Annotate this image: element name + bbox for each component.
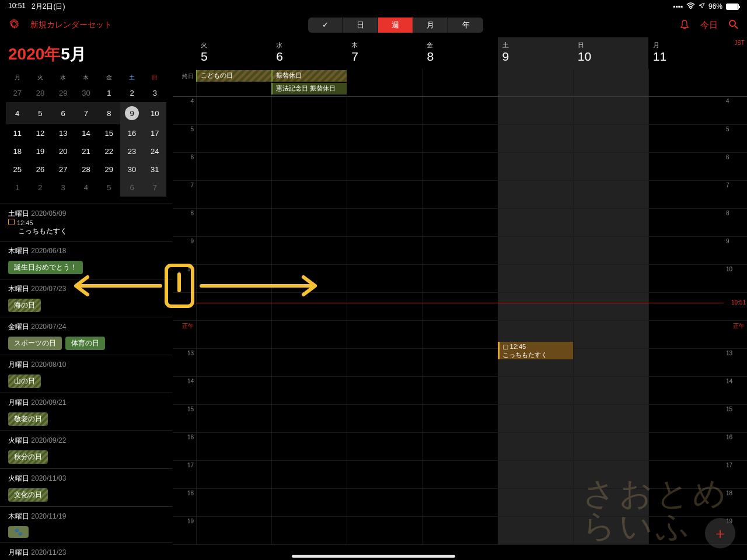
title-year: 2020年: [8, 45, 61, 63]
event-pill[interactable]: 🐾: [8, 526, 29, 538]
day-column-header[interactable]: 土9: [498, 37, 573, 69]
agenda-item[interactable]: 火曜日 2020/11/03文化の日: [0, 468, 172, 506]
minical-day[interactable]: 13: [52, 124, 75, 142]
seg-week[interactable]: 週: [378, 18, 413, 33]
minical-day[interactable]: 27: [52, 160, 75, 178]
minical-day[interactable]: 30: [120, 160, 143, 178]
minical-day[interactable]: 26: [29, 160, 51, 178]
minical-day[interactable]: 18: [6, 142, 29, 160]
minical-day[interactable]: 29: [52, 84, 75, 102]
agenda-item[interactable]: 金曜日 2020/07/24スポーツの日体育の日: [0, 317, 172, 355]
minical-day[interactable]: 24: [144, 142, 166, 160]
minical-day[interactable]: 7: [144, 178, 166, 197]
status-date: 2月2日(日): [32, 2, 65, 12]
minical-day[interactable]: 29: [97, 160, 120, 178]
seg-check[interactable]: ✓: [308, 18, 343, 33]
seg-day[interactable]: 日: [343, 18, 378, 33]
event-pill[interactable]: 敬老の日: [8, 412, 48, 426]
allday-row: 終日 こどもの日振替休日憲法記念日 振替休日: [173, 69, 747, 97]
minical-day[interactable]: 17: [144, 124, 166, 142]
day-column-header[interactable]: 月11: [648, 37, 724, 69]
minical-day[interactable]: 2: [29, 178, 51, 197]
day-column-header[interactable]: 金8: [422, 37, 497, 69]
agenda-item[interactable]: 土曜日 2020/05/0912:45こっちもたすく: [0, 204, 172, 241]
title-month: 5月: [61, 45, 86, 63]
svg-point-0: [729, 20, 735, 26]
minical-day[interactable]: 28: [75, 160, 97, 178]
event-pill[interactable]: 山の日: [8, 374, 41, 388]
gear-icon[interactable]: [8, 18, 20, 33]
event-pill[interactable]: 海の日: [8, 299, 41, 312]
day-column-header[interactable]: 日10: [573, 37, 648, 69]
allday-event[interactable]: こどもの日: [196, 70, 271, 82]
minical-day[interactable]: 16: [120, 124, 143, 142]
minical-day[interactable]: 4: [75, 178, 97, 197]
status-time: 10:51: [8, 2, 26, 12]
agenda-item[interactable]: 月曜日 2020/08/10山の日: [0, 355, 172, 393]
battery-pct: 96%: [708, 2, 722, 10]
agenda-item[interactable]: 月曜日 2020/11/23勤労感謝の日: [0, 542, 172, 560]
minical-day[interactable]: 8: [97, 102, 120, 124]
new-calendar-button[interactable]: 新規カレンダーセット: [30, 20, 112, 30]
event-pill[interactable]: 秋分の日: [8, 450, 48, 464]
event-pill[interactable]: スポーツの日: [8, 337, 62, 350]
day-column-header[interactable]: 木7: [347, 37, 422, 69]
now-time-label: 10:51: [731, 299, 746, 306]
minical-day[interactable]: 22: [97, 142, 120, 160]
minical-day[interactable]: 14: [75, 124, 97, 142]
minical-day[interactable]: 25: [6, 160, 29, 178]
agenda-item[interactable]: 火曜日 2020/09/22秋分の日: [0, 430, 172, 468]
time-grid[interactable]: 4455667788991010正午正午13131414151516161717…: [173, 97, 747, 560]
allday-event[interactable]: 憲法記念日 振替休日: [271, 83, 347, 94]
minical-day[interactable]: 5: [97, 178, 120, 197]
minical-day[interactable]: 6: [120, 178, 143, 197]
minical-day[interactable]: 1: [6, 178, 29, 197]
minical-day[interactable]: 1: [97, 84, 120, 102]
allday-label: 終日: [173, 69, 196, 96]
minical-day[interactable]: 21: [75, 142, 97, 160]
event-pill[interactable]: 体育の日: [65, 337, 105, 350]
minical-day[interactable]: 3: [52, 178, 75, 197]
minical-day[interactable]: 11: [6, 124, 29, 142]
minical-day[interactable]: 12: [29, 124, 51, 142]
toolbar: 新規カレンダーセット ✓ 日 週 月 年 今日: [0, 16, 747, 34]
day-column-header[interactable]: 火5: [196, 37, 271, 69]
minical-day[interactable]: 23: [120, 142, 143, 160]
seg-month[interactable]: 月: [413, 18, 448, 33]
add-event-button[interactable]: ＋: [705, 518, 735, 548]
home-indicator[interactable]: [292, 555, 455, 558]
week-header: 火5水6木7金8土9日10月11JST: [173, 37, 747, 69]
svg-line-1: [735, 26, 738, 29]
today-button[interactable]: 今日: [700, 20, 718, 31]
search-icon[interactable]: [728, 19, 739, 32]
wifi-icon: [686, 2, 695, 10]
mini-calendar[interactable]: 月火水木金土日272829301234567891011121314151617…: [0, 71, 172, 197]
allday-event[interactable]: 振替休日: [271, 70, 347, 82]
minical-day[interactable]: 20: [52, 142, 75, 160]
minical-day[interactable]: 4: [6, 102, 29, 124]
minical-day[interactable]: 19: [29, 142, 51, 160]
minical-day[interactable]: 28: [29, 84, 51, 102]
agenda-list[interactable]: 土曜日 2020/05/0912:45こっちもたすく木曜日 2020/06/18…: [0, 204, 172, 560]
minical-day[interactable]: 9: [120, 102, 143, 124]
page-title: 2020年5月: [0, 37, 172, 71]
minical-day[interactable]: 7: [75, 102, 97, 124]
timezone-label: JST: [724, 37, 747, 69]
minical-day[interactable]: 27: [6, 84, 29, 102]
minical-day[interactable]: 3: [144, 84, 166, 102]
minical-day[interactable]: 2: [120, 84, 143, 102]
event-pill[interactable]: 文化の日: [8, 488, 48, 502]
agenda-item[interactable]: 月曜日 2020/09/21敬老の日: [0, 393, 172, 430]
minical-day[interactable]: 6: [52, 102, 75, 124]
battery-icon: [726, 4, 739, 10]
minical-day[interactable]: 31: [144, 160, 166, 178]
day-column-header[interactable]: 水6: [271, 37, 347, 69]
bell-icon[interactable]: [679, 19, 690, 32]
agenda-item[interactable]: 木曜日 2020/11/19🐾: [0, 506, 172, 542]
minical-day[interactable]: 5: [29, 102, 51, 124]
seg-year[interactable]: 年: [448, 18, 483, 33]
minical-day[interactable]: 30: [75, 84, 97, 102]
minical-day[interactable]: 10: [144, 102, 166, 124]
calendar-event[interactable]: ▢ 12:45こっちもたすく: [498, 342, 573, 359]
minical-day[interactable]: 15: [97, 124, 120, 142]
